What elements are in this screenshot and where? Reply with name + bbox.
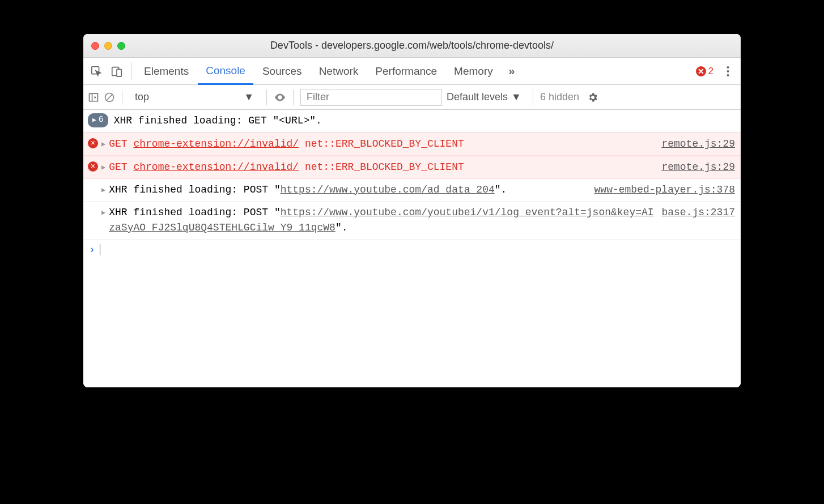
expand-icon[interactable]: ▶ [101, 139, 105, 150]
source-link[interactable]: remote.js:29 [661, 136, 735, 152]
svg-point-5 [727, 74, 729, 76]
source-link[interactable]: www-embed-player.js:378 [594, 182, 735, 198]
log-text: GET chrome-extension://invalid/ net::ERR… [109, 136, 652, 152]
log-message[interactable]: ▶ XHR finished loading: POST "https://ww… [83, 202, 741, 240]
context-value: top [135, 91, 149, 103]
error-icon: ✕ [696, 66, 706, 76]
cursor [100, 244, 100, 255]
tab-sources[interactable]: Sources [254, 58, 310, 85]
chevron-down-icon: ▼ [244, 91, 254, 103]
device-toolbar-icon[interactable] [107, 62, 126, 81]
prompt-icon: › [89, 244, 95, 255]
console-prompt[interactable]: › [83, 240, 741, 260]
divider [131, 62, 131, 80]
zoom-window-button[interactable] [117, 42, 125, 50]
inspect-element-icon[interactable] [87, 62, 106, 81]
divider [266, 89, 267, 105]
minimize-window-button[interactable] [104, 42, 112, 50]
more-tabs-icon[interactable]: » [502, 62, 521, 81]
gear-icon[interactable] [587, 92, 598, 103]
error-icon: ✕ [88, 161, 98, 172]
tab-console[interactable]: Console [198, 58, 253, 85]
window-title: DevTools - developers.google.com/web/too… [83, 40, 741, 52]
hidden-count[interactable]: 6 hidden [540, 91, 579, 103]
console-output: ▶ 6 XHR finished loading: GET "<URL>". ✕… [83, 110, 741, 387]
log-message[interactable]: ▶ XHR finished loading: POST "https://ww… [83, 179, 741, 202]
log-level-selector[interactable]: Default levels ▼ [447, 91, 521, 103]
context-selector[interactable]: top ▼ [129, 89, 260, 105]
source-link[interactable]: base.js:2317 [661, 205, 735, 220]
log-text: GET chrome-extension://invalid/ net::ERR… [109, 160, 652, 175]
source-link[interactable]: remote.js:29 [661, 160, 735, 175]
tab-memory[interactable]: Memory [446, 58, 501, 85]
console-toolbar: top ▼ Default levels ▼ 6 hidden [83, 85, 741, 110]
log-text: XHR finished loading: POST "https://www.… [109, 182, 735, 198]
svg-line-9 [107, 95, 112, 100]
tab-performance[interactable]: Performance [367, 58, 445, 85]
log-text: XHR finished loading: GET "<URL>". [114, 113, 735, 129]
svg-rect-6 [90, 93, 98, 101]
filter-input[interactable] [300, 89, 442, 106]
live-expression-icon[interactable] [274, 91, 286, 104]
expand-icon[interactable]: ▶ [101, 208, 105, 218]
error-count: 2 [708, 66, 713, 77]
log-text: XHR finished loading: POST "https://www.… [109, 205, 735, 236]
error-count-badge[interactable]: ✕ 2 [696, 66, 713, 77]
tab-elements[interactable]: Elements [136, 58, 197, 85]
divider [293, 89, 294, 105]
repeat-count: 6 [99, 114, 104, 127]
log-error[interactable]: ✕ ▶ GET chrome-extension://invalid/ net:… [83, 156, 741, 179]
titlebar: DevTools - developers.google.com/web/too… [83, 34, 741, 58]
devtools-window: DevTools - developers.google.com/web/too… [83, 34, 741, 387]
divider [533, 89, 533, 105]
arrow-icon: ▶ [92, 116, 96, 125]
svg-point-4 [727, 70, 729, 72]
traffic-lights [91, 42, 125, 50]
show-sidebar-icon[interactable] [88, 92, 99, 103]
chevron-down-icon: ▼ [511, 91, 521, 103]
repeat-badge: ▶ 6 [88, 113, 108, 127]
expand-icon[interactable]: ▶ [101, 185, 105, 195]
log-error[interactable]: ✕ ▶ GET chrome-extension://invalid/ net:… [83, 133, 741, 156]
kebab-menu-icon[interactable] [718, 62, 737, 81]
expand-icon[interactable]: ▶ [101, 163, 105, 173]
svg-point-10 [279, 96, 281, 99]
clear-console-icon[interactable] [104, 92, 115, 103]
svg-point-3 [727, 66, 729, 69]
tab-network[interactable]: Network [311, 58, 367, 85]
level-label: Default levels [447, 91, 508, 103]
close-window-button[interactable] [91, 42, 99, 50]
log-message[interactable]: ▶ 6 XHR finished loading: GET "<URL>". [83, 110, 741, 133]
tabbar: Elements Console Sources Network Perform… [83, 58, 741, 85]
svg-rect-2 [117, 69, 121, 76]
divider [122, 89, 122, 105]
error-icon: ✕ [88, 138, 98, 148]
